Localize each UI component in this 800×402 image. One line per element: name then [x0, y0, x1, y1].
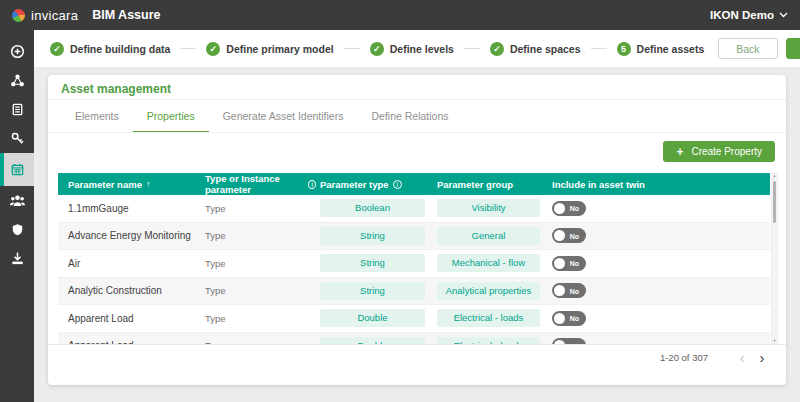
- document-list-icon: [10, 102, 25, 117]
- step-label: Define assets: [637, 43, 705, 55]
- column-label: Type or Instance parameter: [205, 173, 304, 195]
- parameter-type-cell: String: [316, 254, 433, 272]
- step-connector: [180, 48, 196, 49]
- parameter-group-cell: Mechanical - flow: [433, 254, 548, 272]
- include-toggle[interactable]: No: [552, 256, 586, 271]
- include-in-asset-twin-cell: No: [548, 311, 770, 326]
- parameter-name-cell: Apparent Load: [58, 313, 200, 324]
- step-label: Define levels: [390, 43, 454, 55]
- step-label: Define spaces: [510, 43, 581, 55]
- parameter-type-badge: Double: [320, 309, 425, 327]
- sidebar-item-teams[interactable]: [0, 186, 34, 215]
- model-network-icon: [10, 73, 25, 88]
- tab-define-relations[interactable]: Define Relations: [357, 100, 462, 133]
- invicara-logo-icon: [12, 9, 25, 22]
- stepper-step-3[interactable]: ✓Define levels: [370, 42, 454, 56]
- download-icon: [10, 251, 25, 266]
- shield-icon: [11, 223, 24, 237]
- tab-generate-asset-identifiers[interactable]: Generate Asset Identifiers: [209, 100, 358, 133]
- finish-button[interactable]: Finish: [786, 38, 800, 59]
- parameter-name-cell: Advance Energy Monitoring: [58, 230, 200, 241]
- type-or-instance-cell: Type: [200, 230, 316, 241]
- toggle-knob: [554, 285, 565, 296]
- logo-text: invicara: [31, 8, 78, 23]
- check-icon: ✓: [370, 42, 384, 56]
- asset-management-card: Asset management ElementsPropertiesGener…: [48, 75, 786, 385]
- include-toggle[interactable]: No: [552, 311, 586, 326]
- include-toggle[interactable]: No: [552, 283, 586, 298]
- stepper-step-4[interactable]: ✓Define spaces: [490, 42, 581, 56]
- toggle-label: No: [570, 260, 579, 267]
- invicara-logo[interactable]: invicara: [12, 8, 78, 23]
- step-label: Define primary model: [226, 43, 333, 55]
- pagination: 1-20 of 307 ‹ ›: [48, 344, 786, 369]
- info-icon[interactable]: i: [308, 180, 316, 189]
- sidebar-item-add[interactable]: [0, 37, 34, 66]
- pagination-range: 1-20 of 307: [660, 352, 708, 363]
- sidebar-item-security[interactable]: [0, 215, 34, 244]
- account-name: IKON Demo: [710, 9, 774, 21]
- table-row: Analytic ConstructionTypeStringAnalytica…: [58, 278, 770, 306]
- table-scrollbar[interactable]: [771, 173, 778, 344]
- toggle-label: No: [570, 232, 579, 239]
- back-button[interactable]: Back: [718, 38, 777, 59]
- create-property-button[interactable]: + Create Property: [663, 141, 775, 162]
- parameter-type-badge: String: [320, 282, 425, 300]
- include-in-asset-twin-cell: No: [548, 256, 770, 271]
- scrollbar-thumb[interactable]: [773, 181, 776, 223]
- toggle-label: No: [570, 287, 579, 294]
- chevron-down-icon: [779, 12, 788, 18]
- toggle-knob: [554, 258, 565, 269]
- sidebar-item-files[interactable]: [0, 95, 34, 124]
- pagination-next-button[interactable]: ›: [752, 350, 772, 365]
- tab-properties[interactable]: Properties: [133, 100, 209, 133]
- parameter-type-cell: String: [316, 282, 433, 300]
- stepper-step-2[interactable]: ✓Define primary model: [206, 42, 333, 56]
- parameter-type-badge: Double: [320, 337, 425, 344]
- sidebar-item-access[interactable]: [0, 124, 34, 153]
- parameter-group-badge: Electrical - loads: [437, 309, 540, 327]
- parameter-group-badge: General: [437, 227, 540, 245]
- parameter-name-cell: Air: [58, 258, 200, 269]
- parameter-group-cell: Visibility: [433, 199, 548, 217]
- parameter-group-cell: General: [433, 227, 548, 245]
- parameter-group-cell: Electrical - loads: [433, 337, 548, 344]
- column-header[interactable]: Parameter name↑: [58, 179, 200, 190]
- include-toggle[interactable]: No: [552, 201, 586, 216]
- stepper-step-1[interactable]: ✓Define building data: [50, 42, 170, 56]
- type-or-instance-cell: Type: [200, 258, 316, 269]
- sidebar-item-models[interactable]: [0, 66, 34, 95]
- parameter-group-badge: Visibility: [437, 199, 540, 217]
- account-menu[interactable]: IKON Demo: [710, 9, 788, 21]
- column-label: Parameter group: [437, 179, 513, 190]
- page-title: Asset management: [61, 82, 171, 96]
- check-icon: ✓: [206, 42, 220, 56]
- column-header: Include in asset twin: [548, 179, 770, 190]
- info-icon[interactable]: i: [393, 180, 402, 189]
- step-number-badge: 5: [617, 42, 631, 56]
- parameter-group-badge: Analytical properties: [437, 282, 540, 300]
- divider: [48, 132, 786, 133]
- check-icon: ✓: [490, 42, 504, 56]
- parameter-type-badge: Boolean: [320, 199, 425, 217]
- parameter-type-cell: Boolean: [316, 199, 433, 217]
- include-toggle[interactable]: No: [552, 228, 586, 243]
- sidebar-item-asset-management[interactable]: [0, 153, 34, 186]
- column-header: Type or Instance parameteri: [200, 173, 316, 195]
- plus-icon: +: [676, 146, 683, 158]
- column-label: Include in asset twin: [552, 179, 645, 190]
- tabs: ElementsPropertiesGenerate Asset Identif…: [61, 100, 463, 133]
- pagination-prev-button[interactable]: ‹: [732, 350, 752, 365]
- step-connector: [344, 48, 360, 49]
- step-connector: [591, 48, 607, 49]
- tab-elements[interactable]: Elements: [61, 100, 133, 133]
- stepper-step-5[interactable]: 5Define assets: [617, 42, 705, 56]
- type-or-instance-cell: Type: [200, 285, 316, 296]
- stepper-steps: ✓Define building data✓Define primary mod…: [50, 42, 704, 56]
- toggle-knob: [554, 203, 565, 214]
- sidebar-item-export[interactable]: [0, 244, 34, 273]
- parameter-group-badge: Mechanical - flow: [437, 254, 540, 272]
- parameter-type-badge: String: [320, 254, 425, 272]
- type-or-instance-cell: Type: [200, 203, 316, 214]
- check-icon: ✓: [50, 42, 64, 56]
